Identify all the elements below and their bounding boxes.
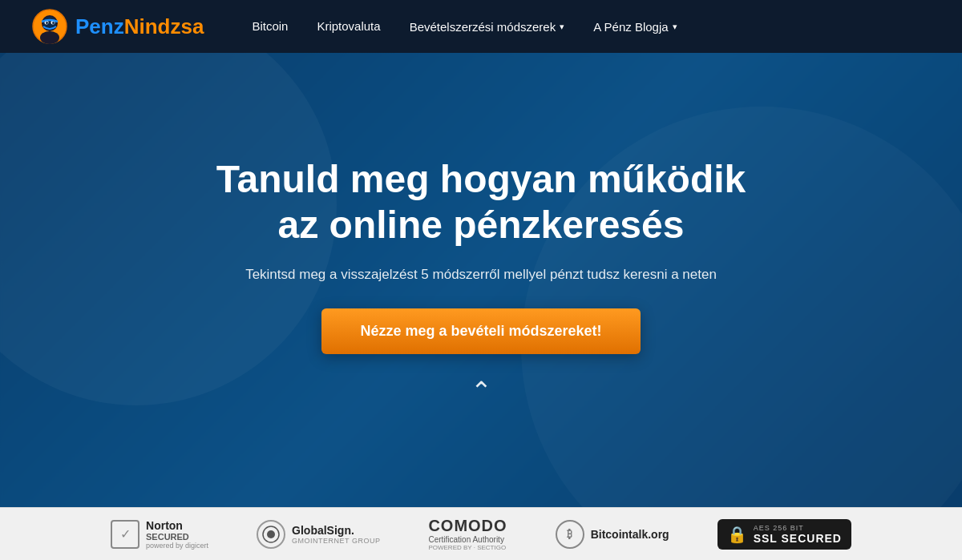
norton-badge: ✓ Norton SECURED powered by digicert	[111, 519, 208, 550]
nav-item-blog[interactable]: A Pénz Blogja ▾	[593, 20, 677, 34]
logo-icon	[32, 9, 67, 44]
bitcointalk-badge: ₿ Bitcointalk.org	[556, 520, 669, 549]
chevron-down-icon: ▾	[673, 22, 677, 32]
norton-secured: SECURED	[146, 532, 189, 542]
globalsign-circle-icon	[262, 526, 280, 543]
norton-check-icon: ✓	[111, 520, 139, 549]
navbar: PenzNindzsa Bitcoin Kriptovaluta Bevétel…	[0, 0, 962, 53]
ssl-aes: AES 256 BIT	[754, 524, 842, 532]
globalsign-sub: GMOINTERNET GROUP	[292, 537, 380, 545]
lock-icon: 🔒	[727, 525, 747, 544]
ssl-label: SSL SECURED	[754, 532, 842, 545]
globalsign-icon	[257, 520, 285, 549]
comodo-label: COMODO	[428, 517, 507, 535]
hero-subtitle: Tekintsd meg a visszajelzést 5 módszerrő…	[245, 264, 717, 285]
comodo-badge: COMODO Certification Authority POWERED B…	[428, 517, 507, 551]
nav-links: Bitcoin Kriptovaluta Bevételszerzési mód…	[252, 19, 677, 34]
bitcointalk-icon: ₿	[556, 520, 584, 549]
svg-point-9	[267, 530, 275, 538]
scroll-up-icon[interactable]: ⌃	[471, 378, 492, 404]
globalsign-label: GlobalSign.	[292, 524, 380, 537]
svg-point-5	[46, 22, 48, 24]
hero-section: Tanuld meg hogyan működik az online pénz…	[0, 53, 962, 507]
logo-penz: Penz	[75, 14, 124, 38]
ssl-badge: 🔒 AES 256 BIT SSL SECURED	[717, 519, 851, 550]
comodo-sub: Certification Authority	[428, 535, 507, 544]
svg-point-6	[52, 22, 55, 24]
globalsign-badge: GlobalSign. GMOINTERNET GROUP	[257, 520, 380, 549]
comodo-powered: POWERED BY · SECTIGO	[428, 544, 507, 551]
logo[interactable]: PenzNindzsa	[32, 9, 204, 44]
nav-item-bevételszerzési[interactable]: Bevételszerzési módszerek ▾	[410, 20, 565, 34]
chevron-down-icon: ▾	[560, 22, 564, 32]
hero-content: Tanuld meg hogyan működik az online pénz…	[216, 156, 746, 405]
norton-powered: powered by digicert	[146, 542, 208, 550]
nav-item-bitcoin[interactable]: Bitcoin	[252, 19, 288, 34]
norton-label: Norton	[146, 519, 183, 532]
svg-point-7	[40, 31, 59, 44]
nav-item-kriptovaluta[interactable]: Kriptovaluta	[317, 19, 380, 34]
logo-nindzsa: Nindzsa	[124, 14, 204, 38]
hero-title: Tanuld meg hogyan működik az online pénz…	[216, 156, 746, 248]
bitcointalk-label: Bitcointalk.org	[591, 528, 669, 541]
trust-bar: ✓ Norton SECURED powered by digicert Glo…	[0, 507, 962, 560]
cta-button[interactable]: Nézze meg a bevételi módszereket!	[321, 308, 640, 354]
